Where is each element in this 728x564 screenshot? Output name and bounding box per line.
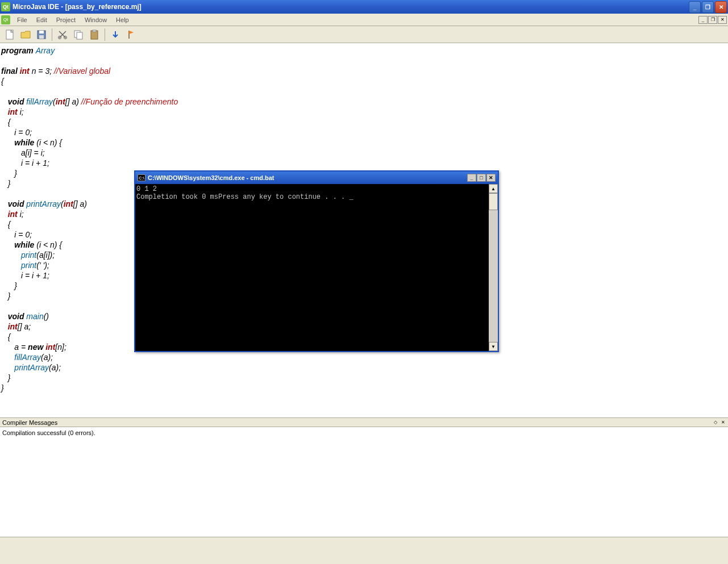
document-window-controls: _ ❐ ✕: [698, 16, 727, 24]
cmd-maximize-button[interactable]: □: [477, 174, 486, 182]
copy-button[interactable]: [71, 27, 86, 42]
toolbar-separator: [105, 28, 105, 41]
cmd-scroll-thumb[interactable]: [489, 193, 498, 210]
svg-rect-3: [39, 35, 44, 39]
compile-button[interactable]: [108, 27, 123, 42]
copy-icon: [73, 29, 84, 40]
compiler-panel-title: Compiler Messages: [2, 419, 57, 426]
paste-icon: [89, 29, 100, 40]
toolbar: [0, 26, 728, 43]
scissors-icon: [57, 29, 68, 40]
doc-close-button[interactable]: ✕: [718, 16, 727, 24]
window-title: MicroJava IDE - [pass_by_reference.mj]: [13, 3, 689, 11]
menu-help[interactable]: Help: [111, 15, 134, 25]
toolbar-separator: [52, 28, 52, 41]
cmd-scrollbar[interactable]: ▲ ▼: [489, 184, 498, 351]
cmd-icon: C:\: [138, 174, 145, 181]
menu-window[interactable]: Window: [80, 15, 111, 25]
qt-logo-icon: Qt: [1, 2, 10, 11]
menu-project[interactable]: Project: [52, 15, 80, 25]
new-file-button[interactable]: [2, 27, 17, 42]
run-button[interactable]: [124, 27, 139, 42]
save-icon: [36, 29, 47, 40]
statusbar: [0, 537, 728, 564]
main-titlebar: Qt MicroJava IDE - [pass_by_reference.mj…: [0, 0, 728, 14]
cut-button[interactable]: [55, 27, 70, 42]
cmd-line-2: Completion took 0 msPress any key to con…: [136, 193, 353, 201]
compiler-panel-controls: ◇ ✕: [712, 419, 727, 426]
menu-edit[interactable]: Edit: [32, 15, 52, 25]
run-flag-icon: [126, 29, 137, 40]
menu-file[interactable]: File: [13, 15, 32, 25]
compiler-panel-header: Compiler Messages ◇ ✕: [0, 418, 728, 427]
minimize-button[interactable]: _: [689, 1, 701, 13]
svg-rect-7: [77, 32, 82, 39]
cmd-window[interactable]: C:\ C:\WINDOWS\system32\cmd.exe - cmd.ba…: [134, 170, 499, 352]
cmd-scroll-track[interactable]: [489, 210, 498, 342]
cmd-window-controls: _ □ ✕: [467, 174, 496, 182]
open-file-button[interactable]: [18, 27, 33, 42]
cmd-line-1: 0 1 2: [136, 185, 161, 193]
compiler-panel-float-button[interactable]: ◇: [712, 419, 719, 426]
cmd-close-button[interactable]: ✕: [486, 174, 496, 182]
cmd-minimize-button[interactable]: _: [467, 174, 476, 182]
compiler-panel: Compiler Messages ◇ ✕ Compilation succes…: [0, 417, 728, 537]
cmd-scroll-up-button[interactable]: ▲: [489, 184, 498, 193]
svg-rect-2: [39, 31, 44, 34]
paste-button[interactable]: [87, 27, 102, 42]
maximize-button[interactable]: ❐: [702, 1, 714, 13]
cmd-titlebar[interactable]: C:\ C:\WINDOWS\system32\cmd.exe - cmd.ba…: [135, 172, 498, 184]
doc-minimize-button[interactable]: _: [698, 16, 708, 24]
qt-logo-small-icon: Qt: [1, 15, 10, 24]
svg-rect-9: [93, 30, 96, 32]
cmd-title: C:\WINDOWS\system32\cmd.exe - cmd.bat: [148, 174, 467, 181]
window-controls: _ ❐ ✕: [689, 1, 727, 13]
cmd-output: 0 1 2 Completion took 0 msPress any key …: [135, 184, 489, 351]
open-folder-icon: [20, 29, 31, 40]
doc-restore-button[interactable]: ❐: [708, 16, 717, 24]
save-button[interactable]: [34, 27, 49, 42]
cmd-scroll-down-button[interactable]: ▼: [489, 342, 498, 351]
menubar: Qt File Edit Project Window Help _ ❐ ✕: [0, 14, 728, 26]
close-button[interactable]: ✕: [715, 1, 727, 13]
compiler-panel-close-button[interactable]: ✕: [719, 419, 727, 426]
compile-arrow-icon: [110, 29, 121, 40]
new-file-icon: [4, 29, 15, 40]
compiler-message: Compilation successful (0 errors).: [0, 427, 728, 438]
